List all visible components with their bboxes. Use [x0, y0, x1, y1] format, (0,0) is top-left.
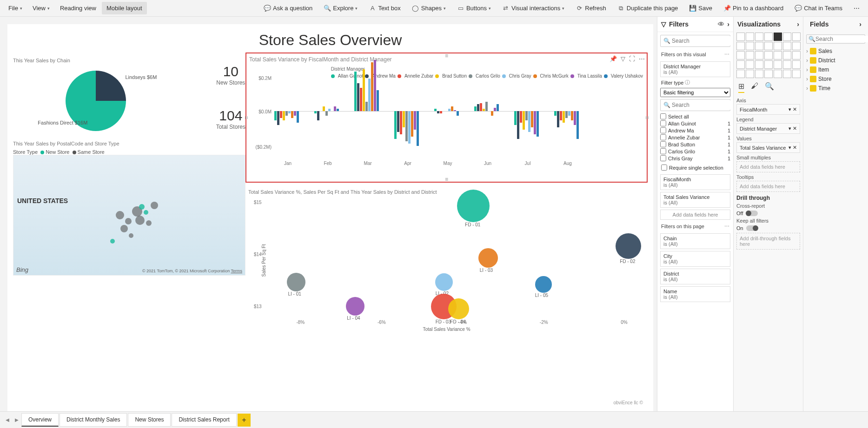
viz-type-cell[interactable] — [783, 33, 791, 41]
btn-visual-interactions[interactable]: ⇄Visual interactions▾ — [497, 2, 569, 15]
info-icon[interactable]: ⓘ — [685, 79, 690, 86]
viz-type-cell[interactable] — [755, 42, 763, 50]
filter-district-manager[interactable]: District Manager is (All) — [660, 61, 730, 77]
visual-focus-icon[interactable]: ⛶ — [629, 55, 635, 62]
viz-type-cell[interactable] — [783, 60, 791, 69]
filter-option[interactable]: Annelie Zubar1 — [660, 134, 730, 141]
viz-collapse-icon[interactable]: › — [797, 20, 799, 28]
page-tab[interactable]: Overview — [21, 413, 59, 427]
filter-option[interactable]: Allan Guinot1 — [660, 120, 730, 127]
viz-type-cell[interactable] — [783, 70, 791, 78]
visual-pin-icon[interactable]: 📌 — [610, 55, 617, 62]
filter-name[interactable]: Nameis (All) — [660, 286, 730, 302]
resize-grip-top[interactable]: ≡ — [445, 53, 448, 59]
menu-reading-view[interactable]: Reading view — [55, 2, 101, 14]
field-table[interactable]: ›Sales — [806, 46, 865, 56]
viz-type-cell[interactable] — [783, 42, 791, 50]
viz-type-cell[interactable] — [764, 33, 773, 41]
btn-duplicate-page[interactable]: ⧉Duplicate this page — [613, 2, 683, 15]
filter-options-search[interactable]: 🔍 — [660, 99, 730, 111]
viz-type-cell[interactable] — [736, 42, 745, 50]
require-single-checkbox[interactable] — [661, 165, 667, 171]
viz-type-cell[interactable] — [774, 51, 782, 59]
btn-textbox[interactable]: AText box — [364, 2, 405, 15]
fields-search[interactable]: 🔍 — [806, 34, 865, 44]
tab-next[interactable]: ► — [12, 414, 21, 427]
map-visual[interactable]: UNITED STATES — [13, 155, 245, 276]
tab-prev[interactable]: ◄ — [3, 414, 12, 427]
field-table[interactable]: ›Item — [806, 65, 865, 74]
btn-pin-dashboard[interactable]: 📌Pin to a dashboard — [719, 2, 788, 15]
tooltips-well[interactable]: Add data fields here — [736, 181, 800, 192]
btn-chat-teams[interactable]: 💬Chat in Teams — [790, 2, 847, 15]
cross-report-toggle[interactable]: Off — [736, 211, 800, 216]
section-more-icon[interactable]: ⋯ — [724, 224, 729, 230]
smallmult-well[interactable]: Add data fields here — [736, 161, 800, 172]
filter-add-well[interactable]: Add data fields here — [660, 210, 730, 220]
viz-type-cell[interactable] — [755, 33, 763, 41]
keep-filters-toggle[interactable]: On — [736, 225, 800, 231]
viz-type-cell[interactable] — [755, 60, 763, 69]
viz-type-cell[interactable] — [764, 60, 773, 69]
btn-save[interactable]: 💾Save — [684, 2, 717, 15]
viz-type-cell[interactable] — [792, 51, 801, 59]
pie-chart[interactable]: Lindseys $6M Fashions Direct $16M — [61, 66, 131, 136]
viz-type-cell[interactable] — [746, 33, 754, 41]
btn-explore[interactable]: 🔍Explore▾ — [319, 2, 362, 15]
viz-type-cell[interactable] — [792, 70, 801, 78]
scatter-visual[interactable]: Total Sales Variance %, Sales Per Sq Ft … — [245, 186, 648, 407]
btn-buttons[interactable]: ▭Buttons▾ — [452, 2, 496, 15]
viz-type-cell[interactable] — [736, 51, 745, 59]
filter-city[interactable]: Cityis (All) — [660, 251, 730, 267]
filters-collapse-icon[interactable]: › — [727, 20, 729, 28]
field-table[interactable]: ›District — [806, 56, 865, 65]
viz-type-cell[interactable] — [774, 42, 782, 50]
menu-file[interactable]: File▾ — [4, 2, 27, 14]
filters-eye-icon[interactable]: 👁 — [718, 20, 724, 28]
page-tab[interactable]: District Monthly Sales — [60, 413, 127, 427]
bar-chart-visual[interactable]: ≡ ≡ ≡ ≡ Total Sales Variance by FiscalMo… — [245, 53, 648, 183]
filter-type-select[interactable]: Basic filtering — [660, 88, 730, 97]
axis-well[interactable]: FiscalMonth▾ ✕ — [736, 104, 800, 115]
map-terms-link[interactable]: Terms — [231, 269, 243, 273]
viz-type-cell[interactable] — [736, 33, 745, 41]
analytics-tab[interactable]: 🔍 — [765, 82, 774, 93]
btn-more[interactable]: ⋯ — [849, 2, 864, 14]
page-tab[interactable]: New Stores — [128, 413, 171, 427]
filter-option[interactable]: Chris Gray1 — [660, 155, 730, 162]
kpi-total-stores[interactable]: 104 Total Stores — [216, 108, 245, 130]
add-page-tab[interactable]: + — [238, 414, 251, 427]
filter-fiscalmonth[interactable]: FiscalMonthis (All) — [660, 174, 730, 190]
viz-type-cell[interactable] — [792, 33, 801, 41]
resize-grip-right[interactable]: ≡ — [643, 116, 650, 119]
viz-type-cell[interactable] — [783, 51, 791, 59]
viz-type-cell[interactable] — [792, 42, 801, 50]
menu-mobile-layout[interactable]: Mobile layout — [102, 2, 147, 14]
btn-shapes[interactable]: ◯Shapes▾ — [407, 2, 451, 15]
viz-type-cell[interactable] — [746, 60, 754, 69]
viz-type-cell[interactable] — [746, 70, 754, 78]
viz-type-cell[interactable] — [764, 51, 773, 59]
viz-type-cell[interactable] — [774, 33, 782, 41]
field-table[interactable]: ›Store — [806, 74, 865, 84]
filter-option[interactable]: Brad Sutton1 — [660, 141, 730, 148]
fields-tab[interactable]: ⊞ — [738, 82, 744, 93]
filter-option[interactable]: Andrew Ma1 — [660, 127, 730, 134]
kpi-new-stores[interactable]: 10 New Stores — [216, 64, 245, 86]
menu-view[interactable]: View▾ — [28, 2, 54, 14]
legend-well[interactable]: District Manager▾ ✕ — [736, 123, 800, 134]
btn-refresh[interactable]: ⟳Refresh — [571, 2, 611, 15]
filter-option[interactable]: Select all — [660, 113, 730, 120]
viz-type-cell[interactable] — [792, 60, 801, 69]
viz-type-cell[interactable] — [764, 70, 773, 78]
resize-grip-bottom[interactable]: ≡ — [445, 176, 448, 183]
format-tab[interactable]: 🖌 — [751, 82, 758, 93]
drillthrough-well[interactable]: Add drill-through fields here — [736, 233, 800, 250]
visual-filter-icon[interactable]: ▽ — [621, 55, 625, 62]
filters-search[interactable]: 🔍 — [660, 35, 730, 47]
viz-type-cell[interactable] — [746, 42, 754, 50]
values-well[interactable]: Total Sales Variance▾ ✕ — [736, 142, 800, 153]
resize-grip-left[interactable]: ≡ — [243, 116, 250, 119]
filter-total-sales-variance[interactable]: Total Sales Varianceis (All) — [660, 192, 730, 208]
viz-type-cell[interactable] — [764, 42, 773, 50]
